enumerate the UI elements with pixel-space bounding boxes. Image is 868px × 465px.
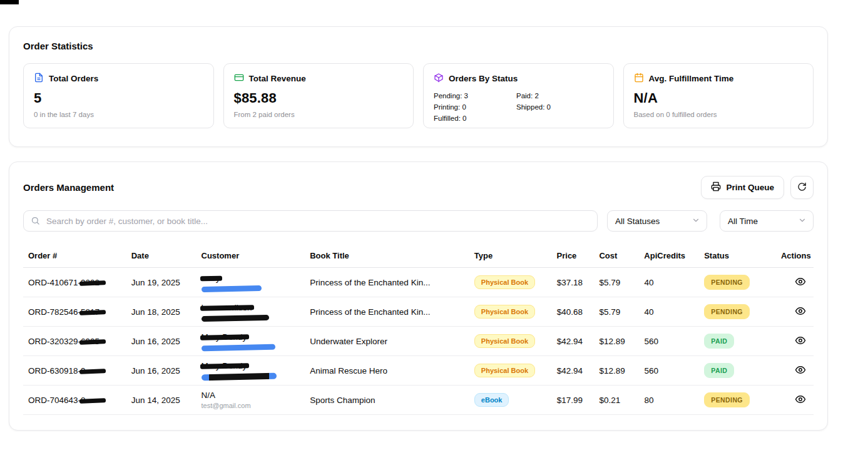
order-suffix: 9 <box>81 366 104 376</box>
status-badge: PENDING <box>704 392 750 407</box>
status-cell: PAID <box>699 334 776 349</box>
view-order-button[interactable] <box>792 303 809 321</box>
stat-subtitle: 0 in the last 7 days <box>34 111 203 118</box>
order-number-cell: ORD-704643-8 <box>23 396 126 405</box>
price-value: $42.94 <box>552 366 595 376</box>
header-status: Status <box>699 251 776 260</box>
print-queue-label: Print Queue <box>726 183 774 192</box>
customer-cell: N/A test@gmail.com <box>197 391 305 410</box>
status-badge: PENDING <box>704 304 750 319</box>
customer-cell: mary <box>197 273 305 292</box>
api-credits-value: 560 <box>639 366 699 376</box>
eye-icon <box>795 276 806 289</box>
table-row: ORD-630918-9 Jun 16, 2025 Mary Dendy Ani… <box>23 356 814 386</box>
eye-icon <box>795 394 806 407</box>
order-prefix: ORD-320329- <box>28 337 81 346</box>
eye-icon <box>795 305 806 319</box>
order-date: Jun 19, 2025 <box>126 278 197 287</box>
refresh-button[interactable] <box>790 176 814 199</box>
table-row: ORD-704643-8 Jun 14, 2025 N/A test@gmail… <box>23 386 814 415</box>
order-date: Jun 16, 2025 <box>126 337 197 346</box>
stat-orders-by-status: Orders By Status Pending: 3 Printing: 0 … <box>423 63 614 128</box>
orders-management-card: Orders Management Print Queue All Status… <box>9 161 828 431</box>
status-filter-value: All Statuses <box>615 217 660 226</box>
time-filter-select[interactable]: All Time <box>720 210 814 232</box>
time-filter-value: All Time <box>728 217 758 226</box>
header-cost: Cost <box>594 251 639 260</box>
type-cell: eBook <box>469 393 552 407</box>
type-cell: Physical Book <box>469 364 552 377</box>
stat-total-revenue: Total Revenue $85.88 From 2 paid orders <box>223 63 414 128</box>
stat-grid: Total Orders 5 0 in the last 7 days Tota… <box>23 63 814 128</box>
order-statistics-card: Order Statistics Total Orders 5 0 in the… <box>9 26 828 147</box>
cost-value: $5.79 <box>595 278 640 287</box>
customer-name: Mary Dendy <box>202 332 247 342</box>
api-credits-value: 40 <box>639 278 699 287</box>
refresh-icon <box>797 182 807 193</box>
customer-email <box>201 314 268 321</box>
customer-name: Mary Dendy <box>202 361 247 371</box>
view-order-button[interactable] <box>792 273 809 292</box>
customer-name: Lawna wilson <box>202 303 252 313</box>
customer-email <box>201 373 276 381</box>
order-suffix: 8 <box>81 396 104 405</box>
status-cell: PENDING <box>699 392 776 407</box>
table-row: ORD-320329-6995 Jun 16, 2025 Mary Dendy … <box>23 327 814 356</box>
search-input[interactable] <box>23 210 598 232</box>
credit-card-icon <box>234 73 244 84</box>
print-queue-button[interactable]: Print Queue <box>701 176 784 199</box>
stat-value: 5 <box>34 90 203 106</box>
header-type: Type <box>469 251 552 260</box>
status-badge: PAID <box>704 363 734 378</box>
customer-cell: Mary Dendy <box>197 361 305 380</box>
search-icon <box>31 216 40 225</box>
orders-table-body: ORD-410671-9292 Jun 19, 2025 mary Prince… <box>23 268 814 415</box>
price-value: $42.94 <box>552 337 595 346</box>
eye-icon <box>795 364 806 377</box>
status-filter-select[interactable]: All Statuses <box>607 210 707 232</box>
order-statistics-title: Order Statistics <box>23 41 814 52</box>
customer-cell: Lawna wilson <box>197 303 305 321</box>
view-order-button[interactable] <box>792 332 809 350</box>
stat-label: Total Revenue <box>249 74 306 83</box>
view-order-button[interactable] <box>792 362 809 380</box>
status-line-paid: Paid: 2 <box>516 90 551 101</box>
book-title: Animal Rescue Hero <box>305 366 469 376</box>
order-suffix: 5817 <box>81 307 104 317</box>
order-suffix: 9292 <box>81 278 104 287</box>
status-cell: PENDING <box>699 304 776 319</box>
chevron-down-icon <box>798 216 807 227</box>
search-box <box>23 210 598 232</box>
order-number-cell: ORD-320329-6995 <box>23 337 126 346</box>
actions-cell <box>776 362 814 380</box>
type-badge: Physical Book <box>474 275 535 289</box>
stat-label: Total Orders <box>49 74 98 83</box>
order-number-cell: ORD-410671-9292 <box>23 278 126 287</box>
customer-name: mary <box>202 273 220 284</box>
order-suffix: 6995 <box>81 337 104 346</box>
order-prefix: ORD-630918- <box>28 366 81 376</box>
stat-label: Avg. Fulfillment Time <box>649 74 734 83</box>
order-date: Jun 18, 2025 <box>126 307 197 317</box>
header-actions: Actions <box>776 251 814 260</box>
status-line-pending: Pending: 3 <box>434 90 516 101</box>
view-order-button[interactable] <box>792 391 809 409</box>
book-title: Princess of the Enchanted Kin... <box>305 278 469 287</box>
stat-subtitle: From 2 paid orders <box>234 111 404 118</box>
book-title: Princess of the Enchanted Kin... <box>305 307 469 317</box>
header-book-title: Book Title <box>305 251 469 260</box>
stat-subtitle: Based on 0 fulfilled orders <box>634 111 804 118</box>
table-header-row: Order # Date Customer Book Title Type Pr… <box>23 244 814 268</box>
customer-email: test@gmail.com <box>202 402 300 410</box>
receipt-icon <box>34 73 44 84</box>
header-price: Price <box>552 251 595 260</box>
customer-cell: Mary Dendy <box>197 332 305 350</box>
order-prefix: ORD-704643- <box>28 396 81 405</box>
actions-cell <box>776 391 814 409</box>
corner-artifact <box>0 0 19 4</box>
table-row: ORD-782546-5817 Jun 18, 2025 Lawna wilso… <box>23 297 814 327</box>
actions-cell <box>776 332 814 350</box>
order-number-cell: ORD-630918-9 <box>23 366 126 376</box>
printer-icon <box>711 181 721 193</box>
actions-cell <box>776 303 814 321</box>
